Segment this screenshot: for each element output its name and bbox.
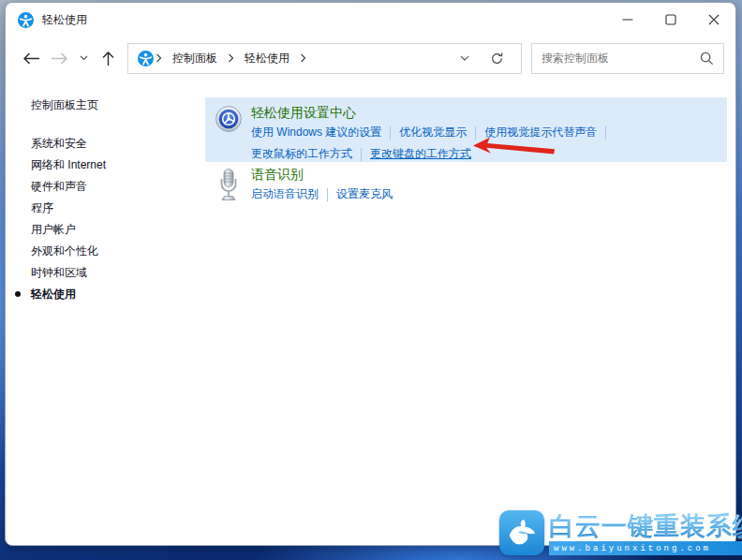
back-button[interactable] xyxy=(17,44,45,72)
up-arrow-icon xyxy=(102,51,114,66)
link-start-speech-recognition[interactable]: 启动语音识别 xyxy=(251,186,319,202)
ease-of-access-icon xyxy=(138,51,154,66)
sidebar-item-ease-of-access[interactable]: 轻松使用 xyxy=(31,284,205,305)
window-title: 轻松使用 xyxy=(42,12,87,28)
chevron-right-icon[interactable] xyxy=(226,53,236,63)
up-button[interactable] xyxy=(94,44,122,72)
sidebar-item-label: 用户帐户 xyxy=(31,222,76,238)
close-button[interactable] xyxy=(692,3,735,37)
sidebar-item-clock-region[interactable]: 时钟和区域 xyxy=(31,262,205,284)
link-set-up-microphone[interactable]: 设置麦克风 xyxy=(336,186,393,202)
breadcrumb-bar[interactable]: 控制面板 轻松使用 xyxy=(127,43,522,74)
recent-pages-dropdown[interactable] xyxy=(73,44,94,72)
navigation-toolbar: 控制面板 轻松使用 xyxy=(6,37,735,80)
link-separator xyxy=(327,188,328,201)
back-arrow-icon xyxy=(22,52,40,65)
sidebar-item-label: 轻松使用 xyxy=(31,287,76,302)
sidebar-item-control-panel-home[interactable]: 控制面板主页 xyxy=(31,97,205,113)
sidebar-item-system-security[interactable]: 系统和安全 xyxy=(31,133,205,155)
link-separator xyxy=(361,148,362,161)
watermark-title: 白云一键重装系统 xyxy=(549,512,742,541)
forward-arrow-icon xyxy=(51,52,68,65)
sidebar-item-appearance-personalization[interactable]: 外观和个性化 xyxy=(31,241,205,262)
link-separator xyxy=(390,126,391,140)
breadcrumb-control-panel[interactable]: 控制面板 xyxy=(164,51,226,66)
watermark-logo: 白云一键重装系统 www.baiyunxitong.com xyxy=(499,510,742,555)
chevron-down-icon xyxy=(80,55,88,61)
sidebar-item-label: 程序 xyxy=(31,200,53,216)
red-annotation-arrow xyxy=(472,137,556,157)
chevron-right-icon[interactable] xyxy=(298,53,308,63)
task-link-row: 启动语音识别 设置麦克风 xyxy=(251,184,393,205)
sidebar-item-programs[interactable]: 程序 xyxy=(31,198,205,219)
ease-of-access-icon xyxy=(18,12,34,28)
task-link-row: 使用 Windows 建议的设置 优化视觉显示 使用视觉提示代替声音 xyxy=(251,122,615,143)
ease-of-access-center-icon[interactable] xyxy=(215,104,243,155)
minimize-button[interactable] xyxy=(606,3,649,37)
title-bar[interactable]: 轻松使用 xyxy=(6,3,735,37)
section-speech-recognition: 语音识别 启动语音识别 设置麦克风 xyxy=(205,166,727,205)
sidebar-item-label: 时钟和区域 xyxy=(31,265,87,281)
section-title-speech-recognition[interactable]: 语音识别 xyxy=(251,166,393,184)
minimize-icon xyxy=(622,14,633,25)
chevron-right-icon[interactable] xyxy=(154,53,164,63)
search-box[interactable] xyxy=(531,43,724,74)
section-ease-of-access-center: 轻松使用设置中心 使用 Windows 建议的设置 优化视觉显示 使用视觉提示代… xyxy=(205,97,727,162)
sidebar-item-label: 外观和个性化 xyxy=(31,243,98,259)
maximize-icon xyxy=(665,14,676,25)
watermark-url: www.baiyunxitong.com xyxy=(549,541,742,555)
sidebar-item-label: 网络和 Internet xyxy=(31,157,106,173)
search-icon[interactable] xyxy=(700,52,714,66)
control-panel-window: 轻松使用 xyxy=(5,2,736,546)
microphone-icon[interactable] xyxy=(215,166,243,205)
sidebar-item-hardware-sound[interactable]: 硬件和声音 xyxy=(31,176,205,198)
active-item-bullet xyxy=(15,291,21,297)
breadcrumb-ease-of-access[interactable]: 轻松使用 xyxy=(236,51,298,66)
sidebar-item-label: 系统和安全 xyxy=(31,136,87,152)
link-change-how-keyboard-works[interactable]: 更改键盘的工作方式 xyxy=(370,146,471,162)
section-title-ease-of-access-center[interactable]: 轻松使用设置中心 xyxy=(251,104,615,122)
search-input[interactable] xyxy=(542,52,700,65)
forward-button[interactable] xyxy=(45,44,73,72)
maximize-button[interactable] xyxy=(649,3,692,37)
task-link-row: 更改鼠标的工作方式 更改键盘的工作方式 xyxy=(251,143,615,165)
link-separator xyxy=(605,126,606,140)
window-body: 控制面板主页 系统和安全 网络和 Internet 硬件和声音 程序 用户帐户 … xyxy=(6,80,735,546)
bird-logo-icon xyxy=(499,510,544,555)
link-change-how-mouse-works[interactable]: 更改鼠标的工作方式 xyxy=(251,146,352,162)
link-optimize-visual-display[interactable]: 优化视觉显示 xyxy=(399,125,467,140)
link-use-windows-suggested-settings[interactable]: 使用 Windows 建议的设置 xyxy=(251,125,381,140)
sidebar-item-user-accounts[interactable]: 用户帐户 xyxy=(31,219,205,241)
sidebar: 控制面板主页 系统和安全 网络和 Internet 硬件和声音 程序 用户帐户 … xyxy=(6,80,205,305)
sidebar-item-label: 硬件和声音 xyxy=(31,179,87,195)
close-icon xyxy=(708,14,720,25)
sidebar-item-network-internet[interactable]: 网络和 Internet xyxy=(31,155,205,176)
refresh-icon[interactable] xyxy=(490,52,504,66)
address-dropdown-chevron-icon[interactable] xyxy=(460,55,469,62)
